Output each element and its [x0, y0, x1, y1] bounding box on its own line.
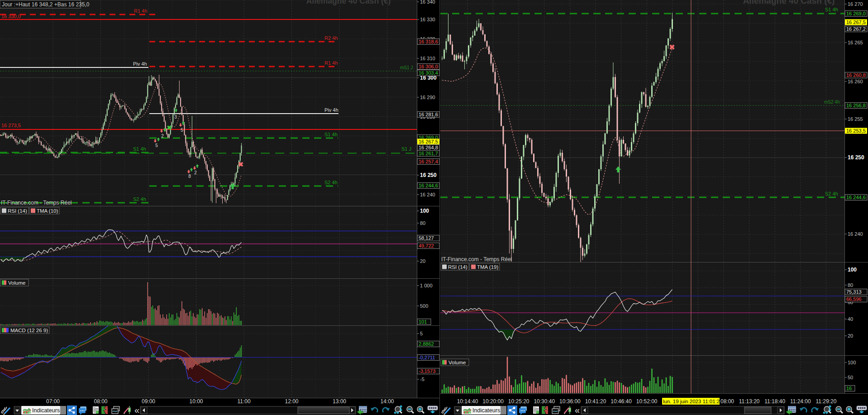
svg-text:16 253,5: 16 253,5 — [846, 128, 866, 134]
svg-text:16 330,0: 16 330,0 — [1, 14, 21, 19]
svg-text:10:52:00: 10:52:00 — [636, 398, 658, 405]
svg-text:S2 4h: S2 4h — [324, 180, 338, 185]
svg-text:16 330: 16 330 — [420, 17, 435, 22]
svg-text:10:36:00: 10:36:00 — [559, 398, 581, 405]
svg-text:S1 4h: S1 4h — [133, 146, 146, 152]
svg-text:500: 500 — [420, 303, 428, 309]
svg-text:100: 100 — [420, 208, 429, 214]
svg-text:RSI (14): RSI (14) — [8, 208, 27, 214]
svg-text:50: 50 — [848, 375, 853, 380]
svg-text:16 273,5: 16 273,5 — [1, 123, 21, 128]
svg-text:3: 3 — [174, 114, 177, 119]
svg-text:100: 100 — [848, 360, 856, 365]
svg-text:16 270: 16 270 — [848, 1, 863, 7]
svg-text:16 267,5: 16 267,5 — [419, 139, 438, 144]
svg-text:2: 2 — [194, 170, 197, 175]
svg-text:S2 4h: S2 4h — [825, 191, 838, 196]
svg-text:R1 4h: R1 4h — [324, 60, 338, 66]
svg-text:16 250: 16 250 — [420, 172, 437, 178]
svg-text:Volume: Volume — [448, 360, 466, 365]
svg-text:16 310: 16 310 — [420, 56, 435, 61]
svg-text:80: 80 — [420, 220, 425, 226]
svg-text:5: 5 — [181, 128, 183, 133]
svg-text:16 260,8: 16 260,8 — [846, 72, 866, 78]
svg-text:Allemagne 40 Cash (€): Allemagne 40 Cash (€) — [306, 0, 391, 5]
svg-text:Allemagne 40 Cash (€): Allemagne 40 Cash (€) — [743, 0, 835, 5]
svg-text:66,596: 66,596 — [846, 296, 862, 302]
svg-text:11:29:20: 11:29:20 — [816, 398, 836, 405]
svg-text:16 290: 16 290 — [420, 95, 435, 100]
svg-text:Piv 4h: Piv 4h — [133, 61, 147, 67]
svg-text:5: 5 — [420, 331, 423, 336]
svg-text:16 260: 16 260 — [848, 79, 863, 84]
svg-text:MACD (12 26 9): MACD (12 26 9) — [10, 328, 48, 333]
svg-text:10:30:40: 10:30:40 — [534, 398, 555, 405]
svg-text:11:00: 11:00 — [237, 398, 250, 405]
svg-text:20: 20 — [420, 258, 425, 264]
svg-text:16 240: 16 240 — [420, 192, 435, 197]
svg-text:101: 101 — [419, 319, 427, 324]
svg-text:Indicateurs: Indicateurs — [472, 407, 500, 414]
svg-text:16 340: 16 340 — [420, 0, 435, 5]
svg-text:10:41:20: 10:41:20 — [585, 398, 606, 405]
svg-text:8: 8 — [188, 174, 191, 179]
svg-text:-3,1573: -3,1573 — [419, 368, 435, 374]
svg-text:16 240: 16 240 — [848, 231, 863, 237]
svg-text:10:14:40: 10:14:40 — [457, 398, 478, 405]
svg-text:11:24:00: 11:24:00 — [790, 398, 811, 405]
svg-text:2: 2 — [161, 134, 164, 138]
svg-text:16: 16 — [846, 386, 852, 391]
svg-text:«: « — [134, 405, 139, 415]
svg-text:16 250: 16 250 — [848, 154, 864, 161]
svg-text:58,127: 58,127 — [419, 235, 434, 241]
svg-text:07:00: 07:00 — [46, 398, 60, 405]
svg-text:16 265: 16 265 — [848, 40, 863, 45]
svg-text:10:00: 10:00 — [189, 398, 203, 405]
svg-text:S2 4h: S2 4h — [133, 196, 146, 202]
svg-text:49,722: 49,722 — [419, 243, 434, 248]
svg-text:1 000: 1 000 — [420, 283, 433, 288]
svg-text:75,313: 75,313 — [846, 289, 862, 295]
svg-text:Jour :+Haut 16 348,2 +Bas 16 2: Jour :+Haut 16 348,2 +Bas 16 235,0 — [2, 1, 90, 8]
svg-text:RSI (14): RSI (14) — [448, 264, 467, 270]
svg-text:R1 4h: R1 4h — [134, 8, 147, 14]
svg-text:16 267,2: 16 267,2 — [846, 26, 866, 32]
svg-text:5: 5 — [155, 143, 158, 148]
svg-text:08:00: 08:00 — [94, 398, 107, 405]
svg-text:Indicateurs: Indicateurs — [32, 407, 60, 414]
svg-text:12:00: 12:00 — [285, 398, 298, 405]
svg-text:R2 4h: R2 4h — [324, 35, 338, 41]
svg-text:16 244,6: 16 244,6 — [846, 195, 866, 200]
svg-text:16 269,0: 16 269,0 — [846, 11, 866, 16]
svg-text:80: 80 — [848, 282, 853, 288]
svg-text:10:25:20: 10:25:20 — [508, 398, 529, 405]
svg-text:40: 40 — [848, 316, 853, 322]
svg-text:16 264,8: 16 264,8 — [419, 145, 438, 150]
svg-text:16 281,6: 16 281,6 — [419, 112, 438, 117]
svg-text:20: 20 — [848, 333, 853, 339]
svg-text:16 244,6: 16 244,6 — [419, 183, 438, 188]
svg-text:TMA (10): TMA (10) — [37, 208, 58, 214]
svg-text:S1 4h: S1 4h — [825, 7, 838, 12]
svg-text:16 267,5: 16 267,5 — [846, 19, 866, 25]
svg-text:-5: -5 — [420, 377, 424, 382]
svg-text:08:00: 08:00 — [720, 398, 734, 405]
svg-text:16 256,8: 16 256,8 — [846, 103, 866, 108]
svg-text:11:18:40: 11:18:40 — [764, 398, 785, 405]
svg-text:16 306,0: 16 306,0 — [419, 64, 438, 69]
svg-text:100: 100 — [848, 267, 857, 273]
svg-text:Volume: Volume — [8, 280, 25, 286]
svg-text:TMA (19): TMA (19) — [477, 264, 498, 270]
svg-text:14:00: 14:00 — [380, 398, 394, 405]
svg-text:10:46:40: 10:46:40 — [610, 398, 632, 405]
svg-text:16 255: 16 255 — [848, 116, 863, 122]
svg-text:lun. 19 juin 2023 11:01:20: lun. 19 juin 2023 11:01:20 — [663, 399, 723, 404]
svg-text:09:00: 09:00 — [142, 398, 155, 405]
svg-text:2,8862: 2,8862 — [419, 341, 434, 347]
svg-text:16 257,4: 16 257,4 — [419, 159, 438, 164]
svg-text:IT-Finance.com - Temps Réel: IT-Finance.com - Temps Réel — [1, 200, 72, 206]
svg-text:10:20:00: 10:20:00 — [482, 398, 504, 405]
svg-text:11:13:20: 11:13:20 — [739, 398, 760, 405]
svg-text:Piv 4h: Piv 4h — [324, 107, 339, 113]
svg-text:mS1 J: mS1 J — [400, 65, 413, 70]
